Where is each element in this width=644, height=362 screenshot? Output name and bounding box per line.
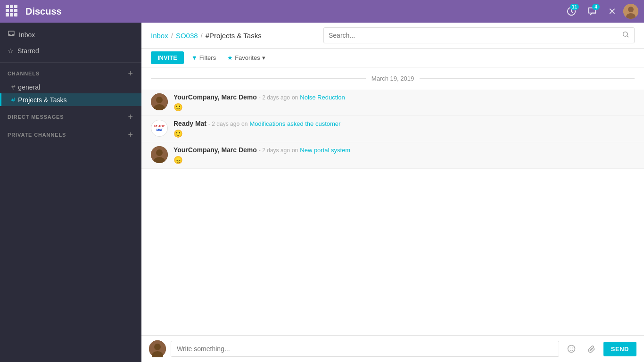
messages-badge: 4 <box>592 4 600 10</box>
sidebar-channel-general[interactable]: # general <box>0 81 141 93</box>
main-content: Inbox / SO038 / #Projects & Tasks <box>141 23 644 362</box>
message-header-1: YourCompany, Marc Demo - 2 days ago on N… <box>173 93 635 101</box>
filter-icon: ▼ <box>191 54 198 61</box>
message-header-3: YourCompany, Marc Demo - 2 days ago on N… <box>173 146 635 154</box>
date-divider-text: March 19, 2019 <box>372 75 414 82</box>
message-body-3: 😞 <box>173 156 635 165</box>
attachment-button[interactable] <box>584 341 599 356</box>
input-user-avatar <box>149 340 166 357</box>
breadcrumb-current: #Projects & Tasks <box>206 32 262 40</box>
private-channels-header: PRIVATE CHANNELS + <box>0 124 141 142</box>
sidebar-inbox-section: Inbox ☆ Starred <box>0 23 141 63</box>
sidebar-channel-projects-tasks[interactable]: # Projects & Tasks <box>0 93 141 106</box>
inbox-label: Inbox <box>19 31 35 39</box>
message-row-2: READY MAT Ready Mat - 2 days ago on Modi… <box>141 116 644 142</box>
messages-button[interactable]: 4 <box>584 3 601 20</box>
emoji-picker-button[interactable] <box>564 341 579 356</box>
private-channels-label: PRIVATE CHANNELS <box>8 132 66 138</box>
message-input-area: SEND <box>141 335 644 362</box>
message-time-3: - 2 days ago <box>259 147 290 154</box>
svg-point-2 <box>628 7 634 12</box>
main-layout: Inbox ☆ Starred CHANNELS + # general # P… <box>0 23 644 362</box>
message-time-2: - 2 days ago <box>208 121 239 127</box>
hash-icon-general: # <box>11 83 15 91</box>
close-button[interactable]: ✕ <box>604 4 619 19</box>
favorites-label: Favorites <box>235 54 260 61</box>
channels-section: CHANNELS + # general # Projects & Tasks <box>0 63 141 106</box>
activities-button[interactable]: 11 <box>563 3 580 20</box>
emoji-2: 🙂 <box>173 129 183 138</box>
sidebar-item-starred[interactable]: ☆ Starred <box>0 43 141 58</box>
sidebar: Inbox ☆ Starred CHANNELS + # general # P… <box>0 23 141 362</box>
sub-header: Inbox / SO038 / #Projects & Tasks <box>141 23 644 49</box>
activities-badge: 11 <box>570 4 579 10</box>
filters-button[interactable]: ▼ Filters <box>188 52 220 63</box>
breadcrumb: Inbox / SO038 / #Projects & Tasks <box>151 32 262 40</box>
message-link-1[interactable]: Noise Reduction <box>300 94 345 101</box>
svg-point-7 <box>156 97 163 103</box>
sub-header-right <box>323 27 635 43</box>
date-divider: March 19, 2019 <box>141 67 644 90</box>
message-link-2[interactable]: Modifications asked the customer <box>249 120 340 127</box>
emoji-icon <box>567 344 576 354</box>
add-private-channel-button[interactable]: + <box>127 131 134 139</box>
add-channel-button[interactable]: + <box>127 69 134 78</box>
readymat-logo: READY MAT <box>154 124 165 132</box>
breadcrumb-inbox[interactable]: Inbox <box>151 32 168 40</box>
message-link-3[interactable]: New portal system <box>300 147 350 154</box>
invite-button[interactable]: INVITE <box>151 51 184 64</box>
filters-label: Filters <box>199 54 216 61</box>
favorites-chevron: ▾ <box>262 54 265 61</box>
svg-point-10 <box>156 149 163 156</box>
message-on-1: on <box>292 94 298 101</box>
search-input[interactable] <box>324 29 617 42</box>
message-content-3: YourCompany, Marc Demo - 2 days ago on N… <box>173 146 635 165</box>
navbar-actions: 11 4 ✕ <box>563 3 638 20</box>
message-body-2: 🙂 <box>173 129 635 138</box>
private-channels-section: PRIVATE CHANNELS + <box>0 124 141 142</box>
message-row-1: YourCompany, Marc Demo - 2 days ago on N… <box>141 90 644 116</box>
channel-projects-tasks-label: Projects & Tasks <box>18 96 66 104</box>
actions-row: INVITE ▼ Filters ★ Favorites ▾ <box>141 49 644 67</box>
channels-header: CHANNELS + <box>0 63 141 81</box>
channels-label: CHANNELS <box>8 71 40 76</box>
message-on-3: on <box>292 147 298 154</box>
breadcrumb-sep1: / <box>171 32 173 40</box>
hash-icon-projects: # <box>11 96 15 104</box>
message-header-2: Ready Mat - 2 days ago on Modifications … <box>173 120 635 127</box>
svg-point-17 <box>572 348 573 349</box>
message-body-1: 🙂 <box>173 103 635 112</box>
message-on-2: on <box>241 121 248 127</box>
search-icon <box>622 31 629 38</box>
messages-area: March 19, 2019 YourCompany, Marc Demo - … <box>141 67 644 335</box>
message-content-1: YourCompany, Marc Demo - 2 days ago on N… <box>173 93 635 112</box>
navbar: Discuss 11 4 ✕ <box>0 0 644 23</box>
svg-point-13 <box>154 344 161 350</box>
user-avatar[interactable] <box>623 4 638 19</box>
search-bar <box>323 27 635 43</box>
add-direct-message-button[interactable]: + <box>127 113 134 121</box>
avatar-1 <box>151 93 168 110</box>
sidebar-item-inbox[interactable]: Inbox <box>0 26 141 43</box>
message-author-2: Ready Mat <box>173 120 206 127</box>
favorites-button[interactable]: ★ Favorites ▾ <box>223 52 269 63</box>
emoji-1: 🙂 <box>173 103 183 112</box>
avatar-2: READY MAT <box>151 120 168 137</box>
starred-label: Starred <box>17 47 39 55</box>
star-favorites-icon: ★ <box>227 54 233 61</box>
inbox-icon <box>8 30 15 40</box>
svg-point-15 <box>568 346 575 353</box>
svg-point-16 <box>570 348 570 349</box>
message-author-3: YourCompany, Marc Demo <box>173 146 257 154</box>
send-button[interactable]: SEND <box>603 342 636 356</box>
breadcrumb-so038[interactable]: SO038 <box>176 32 198 40</box>
message-time-1: - 2 days ago <box>259 94 290 101</box>
direct-messages-section: DIRECT MESSAGES + <box>0 106 141 124</box>
channel-general-label: general <box>18 83 40 91</box>
message-text-input[interactable] <box>171 341 559 357</box>
message-row-3: YourCompany, Marc Demo - 2 days ago on N… <box>141 142 644 169</box>
grid-menu-icon[interactable] <box>6 5 19 18</box>
search-button[interactable] <box>617 28 634 43</box>
paperclip-icon <box>586 344 596 354</box>
star-icon: ☆ <box>8 47 14 55</box>
